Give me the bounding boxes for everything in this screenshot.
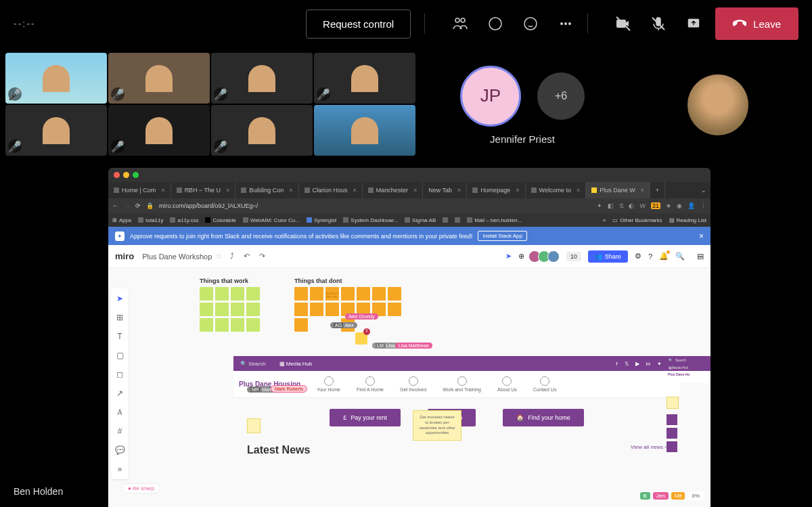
comment-icon[interactable]: 💬: [115, 445, 125, 455]
more-tools-icon[interactable]: »: [115, 464, 125, 474]
user-count[interactable]: 10: [566, 252, 581, 261]
bookmark[interactable]: [455, 217, 460, 223]
more-icon[interactable]: [558, 16, 574, 32]
menu-icon[interactable]: ⋮: [700, 202, 706, 209]
cta-pay-rent[interactable]: £ Pay your rent: [330, 409, 401, 426]
chat-icon[interactable]: [487, 16, 503, 32]
apps-button[interactable]: ⊞ Apps: [112, 217, 131, 223]
other-bookmarks[interactable]: ▭ Other Bookmarks: [612, 217, 662, 223]
browser-tab[interactable]: Home | Com×: [108, 182, 171, 198]
template-icon[interactable]: ⊞: [115, 313, 125, 322]
ext-icon[interactable]: S: [619, 202, 623, 209]
user-avatars[interactable]: [531, 250, 560, 263]
mic-off-icon[interactable]: [650, 16, 667, 32]
leave-button[interactable]: Leave: [715, 7, 798, 40]
sticky-group-green[interactable]: [200, 287, 260, 332]
minimize-dot[interactable]: [123, 172, 129, 178]
maximize-dot[interactable]: [133, 172, 139, 178]
miro-canvas[interactable]: ➤ ⊞ T ▢ ◻ ↗ Ａ # 💬 » Things that work Thi…: [108, 268, 710, 507]
text-icon[interactable]: T: [115, 332, 125, 341]
ext-icon[interactable]: ✦: [597, 202, 602, 209]
profile-icon[interactable]: 👤: [687, 202, 695, 209]
nav-find-home[interactable]: Find A Home: [357, 376, 384, 392]
frame-icon[interactable]: #: [115, 426, 125, 436]
pen-icon[interactable]: Ａ: [115, 407, 125, 417]
select-icon[interactable]: ➤: [115, 294, 125, 303]
help-icon[interactable]: ?: [648, 252, 652, 261]
mini-icon[interactable]: [667, 414, 677, 425]
more-participants[interactable]: +6: [537, 72, 585, 120]
reload-icon[interactable]: ⟳: [135, 202, 141, 209]
participant-tile[interactable]: 🎤: [211, 105, 313, 156]
participant-tile[interactable]: [314, 105, 415, 156]
ext-icon[interactable]: ★: [666, 202, 671, 209]
export-icon[interactable]: ⤴: [230, 252, 234, 261]
lock-icon[interactable]: 🔒: [146, 202, 154, 209]
zoom-percent[interactable]: 8%: [687, 491, 704, 500]
sticky-yellow[interactable]: 1: [355, 332, 367, 345]
browser-tab[interactable]: Welcome to×: [526, 182, 587, 198]
bookmark[interactable]: Colorable: [205, 217, 235, 223]
star-icon[interactable]: ☆: [215, 252, 222, 261]
browser-tab[interactable]: RBH – The U×: [171, 182, 236, 198]
nav-about[interactable]: About Us: [497, 376, 517, 392]
search-icon[interactable]: 🔍: [675, 252, 685, 261]
url-field[interactable]: miro.com/app/board/o9J_lALXUEg=/: [159, 202, 591, 209]
browser-tab[interactable]: Homepage×: [467, 182, 525, 198]
settings-icon[interactable]: ⚙: [635, 252, 641, 261]
mini-icon[interactable]: [667, 441, 677, 452]
camera-off-icon[interactable]: [615, 16, 631, 32]
redo-icon[interactable]: ↷: [259, 252, 265, 261]
mini-icon[interactable]: [667, 428, 677, 439]
bookmark-overflow[interactable]: »: [603, 217, 606, 223]
participant-tile[interactable]: 🎤: [5, 105, 107, 156]
close-dot[interactable]: [114, 172, 120, 178]
facebook-icon[interactable]: f: [616, 361, 618, 367]
bookmark[interactable]: Sigma AB: [405, 217, 436, 223]
nav-contact[interactable]: Contact Us: [533, 376, 557, 392]
line-icon[interactable]: ↗: [115, 389, 125, 398]
miro-logo[interactable]: miro: [115, 251, 134, 261]
twitter-icon[interactable]: 𝕏: [625, 361, 629, 367]
tab-overflow[interactable]: ⌄: [697, 187, 710, 194]
mini-site-screenshot[interactable]: 🔍 Search ▦ Media Hub Plus Dane Ho: [667, 356, 710, 452]
self-preview[interactable]: [624, 47, 812, 162]
browser-tab[interactable]: Manchester×: [363, 182, 423, 198]
media-hub-link[interactable]: ▦ Media Hub: [279, 361, 313, 367]
bookmark[interactable]: WebAIM: Color Co...: [243, 217, 300, 223]
ext-icon[interactable]: ◐: [629, 202, 634, 209]
nav-work[interactable]: Work and Training: [443, 376, 481, 392]
yellow-sticky-small[interactable]: [247, 418, 261, 433]
close-icon[interactable]: ×: [699, 232, 704, 241]
share-button[interactable]: 👥 Share: [588, 250, 628, 263]
linkedin-icon[interactable]: in: [646, 361, 650, 367]
nav-your-home[interactable]: Your Home: [317, 376, 340, 392]
new-tab-button[interactable]: +: [650, 182, 665, 198]
ext-icon[interactable]: W: [639, 202, 646, 209]
forward-icon[interactable]: →: [124, 202, 130, 209]
browser-tab[interactable]: Clarion Hous×: [299, 182, 363, 198]
avatar-initials[interactable]: JP: [460, 66, 521, 127]
bookmark[interactable]: [443, 217, 448, 223]
timer-icon[interactable]: ⊕: [518, 252, 524, 261]
bookmark[interactable]: tota11y: [138, 217, 163, 223]
view-all-news[interactable]: View all news ›: [631, 444, 667, 450]
cta-find-home[interactable]: 🏠 Find your home: [503, 409, 584, 426]
browser-tab-active[interactable]: Plus Dane W×: [586, 182, 650, 198]
participant-tile[interactable]: 🎤: [314, 53, 415, 104]
participant-tile[interactable]: 🎤: [211, 53, 313, 104]
ext-icon[interactable]: ◉: [677, 202, 682, 209]
request-control-button[interactable]: Request control: [306, 9, 411, 39]
activity-icon[interactable]: ▤: [697, 252, 704, 261]
participant-tile[interactable]: 🎤: [108, 53, 210, 104]
undo-icon[interactable]: ↶: [244, 252, 250, 261]
bookmark[interactable]: a11y.css: [170, 217, 198, 223]
bookmark[interactable]: Mail – ben.holden...: [467, 217, 522, 223]
install-slack-button[interactable]: Install Slack App: [478, 231, 527, 241]
yellow-sticky-note[interactable]: Get involved needs to broken per vacanci…: [413, 410, 461, 441]
board-title[interactable]: Plus Dane Workshop☆: [142, 252, 222, 261]
browser-tab[interactable]: Building Con×: [235, 182, 298, 198]
youtube-icon[interactable]: ▶: [635, 361, 639, 367]
shape-icon[interactable]: ◻: [115, 370, 125, 379]
reactions-icon[interactable]: [522, 16, 539, 32]
